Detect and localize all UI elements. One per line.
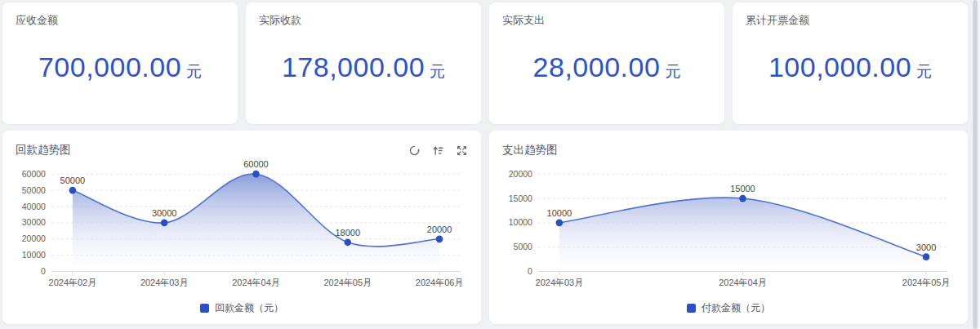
- svg-text:60000: 60000: [243, 159, 269, 169]
- stat-value: 100,000.00: [768, 51, 911, 83]
- svg-text:20000: 20000: [427, 225, 452, 234]
- stat-title: 实际收款: [259, 13, 468, 28]
- svg-text:18000: 18000: [336, 228, 361, 238]
- chart-header: 回款趋势图: [16, 141, 468, 159]
- svg-text:50000: 50000: [60, 176, 86, 185]
- chart-title: 支出趋势图: [502, 143, 558, 158]
- svg-text:10000: 10000: [509, 217, 532, 227]
- legend-swatch: [200, 304, 209, 313]
- svg-text:0: 0: [528, 266, 532, 276]
- svg-text:2024年03月: 2024年03月: [140, 278, 189, 287]
- stat-value-row: 178,000.00 元: [259, 28, 468, 113]
- stat-card-receivable: 应收金额 700,000.00 元: [2, 2, 238, 124]
- stat-value-row: 700,000.00 元: [16, 28, 225, 113]
- stat-unit: 元: [430, 53, 445, 82]
- svg-text:20000: 20000: [22, 233, 46, 243]
- legend-item-repayment[interactable]: 回款金额（元）: [16, 298, 468, 318]
- stat-title: 应收金额: [16, 13, 225, 28]
- svg-text:50000: 50000: [22, 185, 46, 195]
- stat-value: 178,000.00: [282, 51, 425, 83]
- svg-text:15000: 15000: [509, 193, 532, 203]
- svg-text:0: 0: [41, 266, 46, 276]
- svg-text:3000: 3000: [916, 242, 936, 252]
- stat-unit: 元: [665, 53, 680, 82]
- stat-title: 实际支出: [502, 13, 711, 28]
- sort-asc-icon[interactable]: [432, 144, 444, 157]
- svg-text:2024年06月: 2024年06月: [416, 278, 464, 287]
- chart-header: 支出趋势图: [502, 141, 955, 159]
- svg-text:2024年05月: 2024年05月: [323, 278, 372, 287]
- stat-value: 700,000.00: [38, 51, 181, 83]
- stat-value: 28,000.00: [533, 51, 661, 83]
- chart-toolbar: [408, 144, 468, 157]
- expense-trend-chart-canvas[interactable]: 050001000015000200002024年03月2024年04月2024…: [502, 161, 955, 298]
- svg-text:40000: 40000: [22, 201, 46, 211]
- legend-swatch: [687, 304, 696, 313]
- svg-text:60000: 60000: [22, 169, 46, 179]
- stat-value-row: 28,000.00 元: [502, 28, 711, 113]
- svg-text:2024年04月: 2024年04月: [719, 278, 767, 287]
- stat-title: 累计开票金额: [746, 13, 955, 28]
- legend-label: 回款金额（元）: [215, 301, 283, 315]
- scrollbar-thumb[interactable]: [973, 0, 978, 329]
- legend-label: 付款金额（元）: [702, 301, 770, 315]
- dashboard: 应收金额 700,000.00 元 实际收款 178,000.00 元 实际支出…: [2, 2, 968, 323]
- stat-unit: 元: [916, 53, 932, 82]
- svg-text:2024年03月: 2024年03月: [536, 278, 584, 287]
- fullscreen-icon[interactable]: [456, 144, 468, 157]
- chart-title: 回款趋势图: [16, 143, 71, 158]
- svg-text:10000: 10000: [547, 208, 572, 218]
- svg-text:2024年05月: 2024年05月: [902, 278, 951, 287]
- chart-card-expense-trend: 支出趋势图 050001000015000200002024年03月2024年0…: [489, 131, 968, 324]
- stat-card-invoiced-total: 累计开票金额 100,000.00 元: [733, 2, 968, 124]
- svg-text:20000: 20000: [509, 169, 532, 179]
- svg-text:30000: 30000: [22, 217, 46, 227]
- charts-row: 回款趋势图: [2, 131, 968, 323]
- stat-card-received: 实际收款 178,000.00 元: [246, 2, 481, 124]
- svg-text:15000: 15000: [730, 184, 755, 193]
- stat-value-row: 100,000.00 元: [746, 28, 955, 113]
- svg-text:2024年04月: 2024年04月: [232, 278, 280, 287]
- svg-text:10000: 10000: [22, 250, 46, 260]
- svg-text:5000: 5000: [514, 242, 532, 251]
- svg-text:2024年02月: 2024年02月: [49, 278, 97, 287]
- chart-card-repayment-trend: 回款趋势图: [2, 131, 481, 324]
- svg-text:30000: 30000: [152, 208, 177, 218]
- legend-item-payment[interactable]: 付款金额（元）: [502, 298, 955, 318]
- scrollbar[interactable]: [972, 0, 980, 329]
- stats-row: 应收金额 700,000.00 元 实际收款 178,000.00 元 实际支出…: [2, 2, 968, 124]
- refresh-icon[interactable]: [408, 144, 421, 157]
- repayment-trend-chart-canvas[interactable]: 01000020000300004000050000600002024年02月2…: [16, 161, 468, 298]
- stat-unit: 元: [186, 53, 202, 82]
- stat-card-expense: 实际支出 28,000.00 元: [489, 2, 724, 124]
